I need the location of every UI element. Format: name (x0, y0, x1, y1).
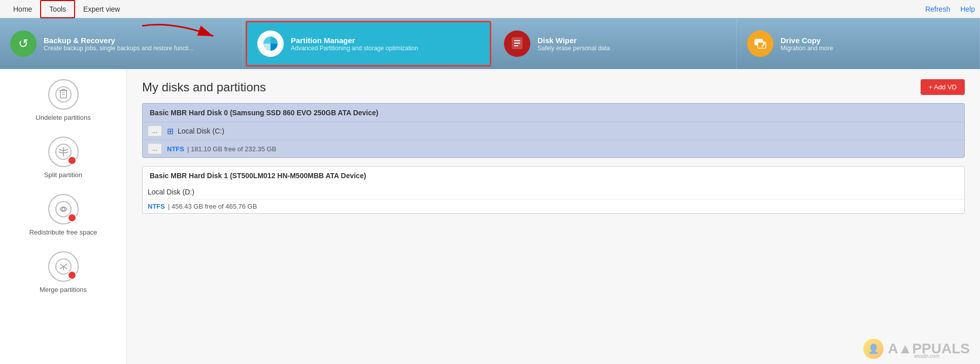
add-vd-button[interactable]: + Add VD (921, 79, 965, 95)
backup-title: Backup & Recovery (44, 36, 194, 45)
disk0-menu-btn[interactable]: ... (148, 125, 162, 137)
sidebar-item-merge[interactable]: Merge partitions (40, 251, 87, 293)
tool-bar: ↺ Backup & Recovery Create backup jobs, … (0, 18, 980, 69)
disk1-size-row: NTFS | 456.43 GB free of 465.76 GB (143, 199, 964, 213)
disk-panel-1: Basic MBR Hard Disk 1 (ST500LM012 HN-M50… (142, 166, 965, 214)
sidebar: Undelete partitions Split partition (0, 69, 127, 364)
watermark-icon: 👤 (863, 339, 884, 359)
undelete-label: Undelete partitions (36, 114, 90, 121)
split-icon (48, 137, 79, 167)
toolbar-wiper[interactable]: Disk Wiper Safely erase personal data (494, 18, 737, 69)
add-vd-label: + Add VD (929, 83, 957, 91)
redistribute-badge (67, 213, 77, 222)
merge-label: Merge partitions (40, 286, 87, 293)
disk0-size-menu-btn[interactable]: ... (148, 143, 162, 154)
disk0-ntfs-label: NTFS (167, 145, 184, 153)
redistribute-label: Redistribute free space (29, 228, 97, 236)
disk0-size-label: | 181.10 GB free of 232.35 GB (187, 145, 276, 153)
wiper-subtitle: Safely erase personal data (537, 45, 610, 52)
disk0-header: Basic MBR Hard Disk 0 (Samsung SSD 860 E… (143, 104, 964, 122)
backup-subtitle: Create backup jobs, single backups and r… (44, 45, 194, 52)
watermark-site: wsxdn.com (914, 353, 939, 359)
sidebar-item-redistribute[interactable]: Redistribute free space (29, 194, 97, 236)
sidebar-item-split[interactable]: Split partition (44, 137, 82, 179)
disk1-ntfs-label: NTFS (148, 203, 165, 210)
partition-title: Partition Manager (291, 36, 418, 45)
toolbar-backup[interactable]: ↺ Backup & Recovery Create backup jobs, … (0, 18, 243, 69)
disk0-size-row: ... NTFS | 181.10 GB free of 232.35 GB (143, 140, 964, 157)
toolbar-drivecopy[interactable]: Drive Copy Migration and more (737, 18, 980, 69)
nav-home[interactable]: Home (5, 1, 40, 17)
svg-point-16 (62, 208, 65, 211)
wiper-icon (504, 30, 530, 57)
sidebar-item-undelete[interactable]: Undelete partitions (36, 79, 90, 121)
disk1-partition-name: Local Disk (D:) (148, 188, 194, 196)
partition-subtitle: Advanced Partitioning and storage optimi… (291, 45, 418, 52)
page-title: My disks and partitions (142, 80, 266, 94)
partition-icon (257, 30, 284, 57)
top-nav: Home Tools Expert view Refresh Help (0, 0, 980, 18)
nav-expert-view[interactable]: Expert view (75, 1, 128, 17)
content-area: My disks and partitions + Add VD Basic M… (127, 69, 980, 364)
disk1-size-label: | 456.43 GB free of 465.76 GB (168, 203, 257, 210)
merge-badge (67, 271, 77, 280)
content-header: My disks and partitions + Add VD (142, 79, 965, 95)
undelete-icon (48, 79, 79, 110)
svg-rect-7 (758, 42, 766, 48)
drivecopy-title: Drive Copy (781, 36, 833, 45)
merge-icon (48, 251, 79, 282)
drivecopy-subtitle: Migration and more (781, 45, 833, 52)
wiper-title: Disk Wiper (537, 36, 610, 45)
nav-help[interactable]: Help (960, 5, 975, 13)
disk0-partition-row: ... ⊞ Local Disk (C:) (143, 122, 964, 140)
nav-tools[interactable]: Tools (40, 0, 75, 18)
disk1-partition-row: Local Disk (D:) (143, 185, 964, 199)
backup-icon: ↺ (10, 30, 37, 57)
split-badge (67, 156, 77, 165)
disk0-grid-icon: ⊞ (167, 126, 174, 136)
main-layout: Undelete partitions Split partition (0, 69, 980, 364)
drivecopy-icon (747, 30, 773, 57)
disk0-partition-name: Local Disk (C:) (178, 127, 224, 135)
nav-refresh[interactable]: Refresh (925, 5, 950, 13)
split-label: Split partition (44, 171, 82, 179)
redistribute-icon (48, 194, 79, 224)
disk1-header: Basic MBR Hard Disk 1 (ST500LM012 HN-M50… (143, 167, 964, 185)
toolbar-partition[interactable]: Partition Manager Advanced Partitioning … (246, 21, 491, 67)
disk-panel-0: Basic MBR Hard Disk 0 (Samsung SSD 860 E… (142, 103, 965, 158)
